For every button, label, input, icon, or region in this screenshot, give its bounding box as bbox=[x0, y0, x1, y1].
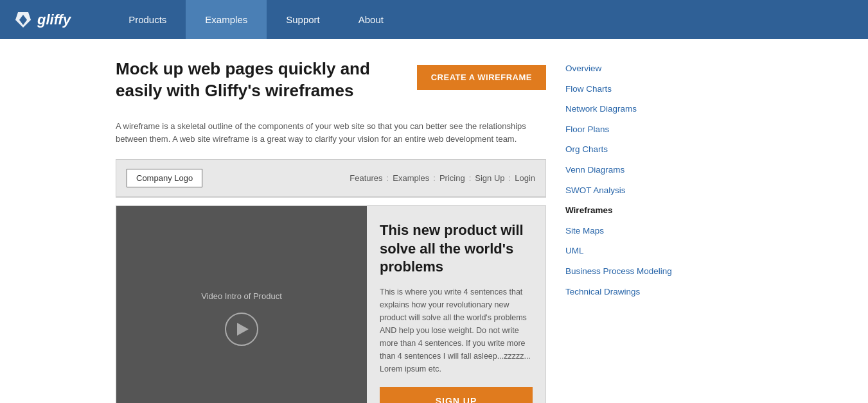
sidebar-item-overview[interactable]: Overview bbox=[565, 58, 707, 79]
sidebar-item-network-diagrams[interactable]: Network Diagrams bbox=[565, 99, 707, 119]
nav-item-products[interactable]: Products bbox=[109, 0, 186, 39]
video-section: Video Intro of Product This new product … bbox=[116, 205, 546, 403]
sidebar-item-swot-analysis[interactable]: SWOT Analysis bbox=[565, 180, 707, 201]
nav-item-examples[interactable]: Examples bbox=[186, 0, 267, 39]
sidebar-item-site-maps[interactable]: Site Maps bbox=[565, 221, 707, 241]
video-description: This is where you write 4 sentences that… bbox=[380, 286, 533, 375]
headline-row: Mock up web pages quickly and easily wit… bbox=[116, 58, 546, 112]
sidebar-item-floor-plans[interactable]: Floor Plans bbox=[565, 119, 707, 140]
sidebar-item-venn-diagrams[interactable]: Venn Diagrams bbox=[565, 160, 707, 180]
page-description: A wireframe is a skeletal outline of the… bbox=[116, 120, 546, 147]
nav-item-support[interactable]: Support bbox=[267, 0, 339, 39]
wireframe-sep-3: : bbox=[469, 173, 472, 183]
video-title: This new product will solve all the worl… bbox=[380, 221, 533, 277]
wireframe-nav-links: Features : Examples : Pricing : Sign Up … bbox=[350, 173, 535, 183]
wireframe-link-signup[interactable]: Sign Up bbox=[475, 173, 504, 183]
sidebar-item-bpm[interactable]: Business Process Modeling bbox=[565, 261, 707, 282]
video-player: Video Intro of Product bbox=[116, 206, 367, 403]
wireframe-logo-button[interactable]: Company Logo bbox=[127, 169, 202, 187]
wireframe-link-examples[interactable]: Examples bbox=[393, 173, 429, 183]
sidebar-item-flow-charts[interactable]: Flow Charts bbox=[565, 79, 707, 99]
video-label: Video Intro of Product bbox=[201, 291, 282, 301]
wireframe-link-features[interactable]: Features bbox=[350, 173, 382, 183]
navigation: gliffy Products Examples Support About bbox=[0, 0, 868, 39]
wireframe-sep-1: : bbox=[387, 173, 389, 183]
video-content: This new product will solve all the worl… bbox=[367, 206, 545, 403]
wireframe-nav-bar: Company Logo Features : Examples : Prici… bbox=[116, 160, 545, 197]
video-text: This new product will solve all the worl… bbox=[380, 221, 533, 387]
main-content: Mock up web pages quickly and easily wit… bbox=[116, 58, 565, 403]
nav-items: Products Examples Support About bbox=[109, 0, 403, 39]
play-button[interactable] bbox=[225, 313, 258, 346]
logo-text: gliffy bbox=[37, 12, 71, 28]
sidebar-item-org-charts[interactable]: Org Charts bbox=[565, 139, 707, 160]
nav-item-about[interactable]: About bbox=[339, 0, 403, 39]
wireframe-link-pricing[interactable]: Pricing bbox=[439, 173, 465, 183]
signup-button[interactable]: SIGN UP bbox=[380, 387, 533, 403]
play-triangle-icon bbox=[237, 323, 249, 336]
sidebar-item-uml[interactable]: UML bbox=[565, 241, 707, 261]
wireframe-link-login[interactable]: Login bbox=[515, 173, 535, 183]
wireframe-sep-4: : bbox=[509, 173, 511, 183]
sidebar: Overview Flow Charts Network Diagrams Fl… bbox=[565, 58, 707, 403]
create-wireframe-button[interactable]: CREATE A WIREFRAME bbox=[417, 65, 546, 90]
sidebar-item-wireframes[interactable]: Wireframes bbox=[565, 200, 707, 221]
wireframe-nav-mockup: Company Logo Features : Examples : Prici… bbox=[116, 159, 546, 198]
page-body: Mock up web pages quickly and easily wit… bbox=[0, 39, 868, 403]
logo[interactable]: gliffy bbox=[13, 10, 71, 30]
sidebar-item-technical-drawings[interactable]: Technical Drawings bbox=[565, 282, 707, 302]
page-headline: Mock up web pages quickly and easily wit… bbox=[116, 58, 404, 102]
wireframe-sep-2: : bbox=[433, 173, 436, 183]
